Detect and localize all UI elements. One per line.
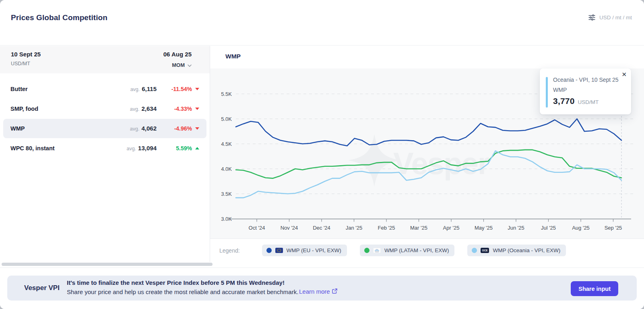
legend-item-label: WMP (EU - VPI, EXW) — [287, 247, 341, 253]
change-percent: -4.33% — [174, 106, 192, 112]
x-axis-tick-label: Jun '25 — [508, 225, 524, 231]
price-list-panel: 10 Sept 25 USD/MT 06 Aug 25 MOM Butter a… — [0, 46, 210, 262]
tooltip-value: 3,770 — [553, 96, 575, 106]
panel-unit: USD/MT — [11, 61, 30, 66]
vesper-watermark-star — [348, 134, 400, 187]
trend-arrow-icon — [195, 147, 199, 149]
x-axis-tick-label: May '25 — [475, 225, 493, 231]
change-percent: -4.96% — [174, 125, 192, 132]
avg-label: avg. — [130, 126, 140, 132]
avg-label: avg. — [126, 146, 136, 151]
product-name: WMP — [10, 125, 25, 132]
avg-value: 6,115 — [142, 85, 157, 92]
avg-value: 2,634 — [141, 105, 157, 112]
page-header: Prices Global Competition USD / mt / mt — [0, 0, 644, 46]
learn-more-label: Learn more — [299, 288, 330, 295]
external-link-icon — [332, 288, 337, 295]
svg-text:OCE: OCE — [482, 249, 488, 252]
product-row-butter[interactable]: Butter avg.6,115 -11.54% — [3, 79, 206, 99]
product-name: Butter — [10, 86, 28, 92]
legend-item-eu[interactable]: WMP (EU - VPI, EXW) — [262, 245, 347, 256]
sliders-filter-icon — [588, 15, 595, 21]
tooltip-unit: USD/MT — [578, 99, 599, 105]
unit-display: USD / mt / mt — [599, 15, 632, 21]
price-list-header: 10 Sept 25 USD/MT 06 Aug 25 MOM — [0, 46, 210, 73]
avg-label: avg. — [130, 106, 140, 112]
y-axis-tick-label: 4.0K — [221, 166, 232, 172]
legend-item-oceania[interactable]: OCE WMP (Oceania - VPI, EXW) — [467, 245, 566, 256]
chart-legend: Legend: WMP (EU - VPI, EXW) — [210, 238, 644, 262]
chevron-down-icon — [188, 61, 192, 68]
chart-title: WMP — [225, 53, 241, 60]
oceania-series-dot — [472, 248, 477, 253]
avg-value: 4,062 — [141, 125, 157, 132]
series-line-0 — [236, 119, 621, 146]
learn-more-link[interactable]: Learn more — [299, 288, 337, 295]
legend-label: Legend: — [219, 247, 240, 254]
y-axis-tick-label: 4.5K — [221, 141, 232, 147]
comparison-mode-value: MOM — [172, 62, 185, 68]
legend-item-latam[interactable]: WMP (LATAM - VPI, EXW) — [360, 245, 455, 256]
change-percent: 5.59% — [176, 145, 192, 151]
product-row-smp-food[interactable]: SMP, food avg.2,634 -4.33% — [3, 99, 206, 118]
comparison-mode-dropdown[interactable]: MOM — [172, 61, 192, 68]
product-row-wpc-80-instant[interactable]: WPC 80, instant avg.13,094 5.59% — [3, 139, 206, 158]
product-list: Butter avg.6,115 -11.54% SMP, food avg.2… — [0, 79, 210, 158]
x-axis-tick-label: Nov '24 — [281, 225, 298, 231]
avg-label: avg. — [130, 87, 140, 92]
y-axis-tick-label: 5.5K — [221, 91, 232, 97]
footer: Vesper VPI It's time to finalize the nex… — [0, 268, 644, 309]
x-axis-tick-label: Apr '25 — [443, 225, 460, 231]
banner-headline: It's time to finalize the next Vesper Pr… — [67, 279, 285, 286]
tooltip-accent-bar — [546, 77, 548, 108]
eu-flag-icon — [275, 248, 283, 253]
product-name: WPC 80, instant — [10, 145, 55, 151]
x-axis-tick-label: Aug '25 — [572, 225, 590, 231]
y-axis-tick-label: 3.5K — [221, 191, 232, 197]
share-input-button[interactable]: Share input — [571, 281, 618, 296]
x-axis-tick-label: Dec '24 — [313, 225, 330, 231]
x-axis-tick-label: Mar '25 — [410, 225, 427, 231]
legend-item-label: WMP (Oceania - VPI, EXW) — [493, 247, 560, 253]
oceania-badge-icon: OCE — [481, 248, 489, 253]
x-axis-tick-label: Oct '24 — [249, 225, 265, 231]
trend-arrow-icon — [195, 108, 199, 110]
product-name: SMP, food — [10, 106, 38, 112]
trend-arrow-icon — [195, 88, 199, 90]
vesper-vpi-banner: Vesper VPI It's time to finalize the nex… — [7, 276, 637, 301]
x-axis-tick-label: Jul '25 — [541, 225, 556, 231]
banner-subtext: Share your price and help us create the … — [67, 288, 298, 295]
avg-value: 13,094 — [138, 145, 157, 151]
y-axis-tick-label: 5.0K — [221, 116, 232, 122]
chart-tooltip: ✕ Oceania - VPI, 10 Sept 25 WMP 3,770 US… — [540, 68, 631, 114]
horizontal-scrollbar-thumb[interactable] — [2, 263, 213, 266]
prices-global-competition-card: Prices Global Competition USD / mt / mt … — [0, 0, 644, 309]
eu-series-dot — [266, 248, 272, 253]
mercosur-flag-icon — [373, 248, 381, 253]
unit-settings-control[interactable]: USD / mt / mt — [588, 15, 632, 21]
banner-brand: Vesper VPI — [24, 284, 60, 292]
latam-series-dot — [364, 248, 369, 253]
x-axis-tick-label: Sep '25 — [605, 225, 622, 231]
product-row-wmp[interactable]: WMP avg.4,062 -4.96% — [3, 119, 206, 138]
page-title: Prices Global Competition — [11, 13, 107, 22]
x-axis-tick-label: Jan '25 — [346, 225, 363, 231]
current-date: 10 Sept 25 — [11, 51, 41, 58]
tooltip-product: WMP — [553, 87, 567, 93]
legend-item-label: WMP (LATAM - VPI, EXW) — [384, 247, 449, 253]
x-axis-tick-label: Feb '25 — [378, 225, 395, 231]
trend-arrow-icon — [195, 127, 199, 130]
change-percent: -11.54% — [171, 86, 192, 92]
tooltip-series-date: Oceania - VPI, 10 Sept 25 — [553, 77, 619, 83]
tooltip-close-icon[interactable]: ✕ — [621, 71, 627, 77]
comparison-date: 06 Aug 25 — [163, 51, 192, 58]
